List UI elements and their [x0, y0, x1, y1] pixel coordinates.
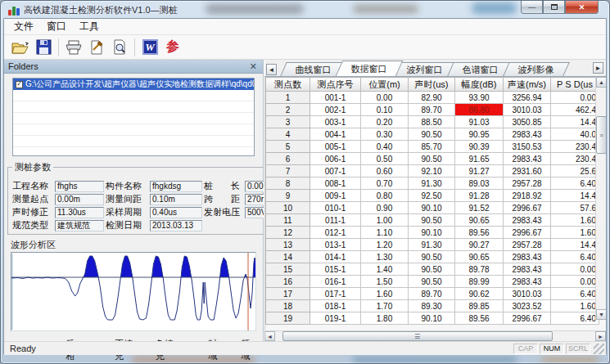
- table-cell[interactable]: 90.65: [455, 251, 504, 263]
- table-cell[interactable]: 2983.43: [504, 128, 551, 141]
- menu-item-2[interactable]: 窗口: [40, 18, 73, 35]
- table-cell[interactable]: 90.50: [409, 214, 455, 227]
- table-cell[interactable]: 4: [266, 128, 310, 141]
- table-cell[interactable]: 91.28: [455, 190, 504, 202]
- table-cell[interactable]: 6.40: [551, 178, 599, 190]
- alert-cell[interactable]: 86.80: [455, 104, 504, 116]
- table-cell[interactable]: 1.60: [551, 300, 599, 312]
- table-cell[interactable]: 89.03: [455, 178, 504, 190]
- table-cell[interactable]: 0.00: [551, 92, 599, 104]
- table-cell[interactable]: 009-1: [310, 190, 361, 202]
- table-cell[interactable]: 90.95: [455, 128, 504, 141]
- table-cell[interactable]: 9: [266, 190, 310, 202]
- table-cell[interactable]: 002-1: [310, 104, 361, 116]
- table-cell[interactable]: 0.50: [361, 153, 409, 165]
- param-value-field[interactable]: 11.30us: [55, 207, 104, 218]
- table-cell[interactable]: 14.4: [551, 116, 599, 128]
- table-cell[interactable]: 25.6: [551, 165, 599, 178]
- table-cell[interactable]: 3256.94: [504, 92, 551, 104]
- scroll-left-icon[interactable]: ◄: [264, 331, 275, 341]
- table-cell[interactable]: 91.52: [455, 202, 504, 214]
- table-cell[interactable]: 3023.52: [504, 300, 551, 312]
- tab-scroll-right-icon[interactable]: ►: [593, 62, 603, 74]
- table-cell[interactable]: 89.30: [409, 300, 455, 312]
- table-cell[interactable]: 16: [266, 276, 310, 288]
- table-cell[interactable]: 3: [266, 116, 310, 128]
- table-cell[interactable]: 82.90: [409, 92, 455, 104]
- table-cell[interactable]: 89.85: [455, 300, 504, 312]
- table-cell[interactable]: 90.50: [409, 263, 455, 276]
- table-cell[interactable]: 0.40: [361, 141, 409, 153]
- table-cell[interactable]: 2983.43: [504, 263, 551, 276]
- table-cell[interactable]: 2983.43: [504, 214, 551, 227]
- table-cell[interactable]: 1: [266, 92, 310, 104]
- process-button[interactable]: [85, 37, 108, 58]
- table-cell[interactable]: 2996.67: [504, 202, 551, 214]
- table-cell[interactable]: 0.80: [361, 190, 409, 202]
- print-button[interactable]: [62, 37, 85, 58]
- menu-item-3[interactable]: 工具: [73, 18, 106, 35]
- table-cell[interactable]: 91.30: [409, 178, 455, 190]
- table-cell[interactable]: 2983.43: [504, 251, 551, 263]
- vertical-scroll-thumb[interactable]: ≡: [596, 116, 606, 154]
- table-cell[interactable]: 17: [266, 288, 310, 300]
- table-cell[interactable]: 2918.92: [504, 190, 551, 202]
- table-cell[interactable]: 1.50: [361, 276, 409, 288]
- table-cell[interactable]: 2957.28: [504, 239, 551, 251]
- table-cell[interactable]: 18: [266, 300, 310, 312]
- table-cell[interactable]: 90.27: [455, 239, 504, 251]
- table-cell[interactable]: 006-1: [310, 153, 361, 165]
- table-cell[interactable]: 88.50: [409, 116, 455, 128]
- table-cell[interactable]: 015-1: [310, 263, 361, 276]
- table-cell[interactable]: 1.60: [551, 227, 599, 239]
- table-cell[interactable]: 6.40: [551, 288, 599, 300]
- table-cell[interactable]: 6.40: [551, 251, 599, 263]
- table-cell[interactable]: 90.50: [409, 251, 455, 263]
- table-cell[interactable]: 2996.67: [504, 312, 551, 325]
- table-cell[interactable]: 003-1: [310, 116, 361, 128]
- table-cell[interactable]: 5: [266, 141, 310, 153]
- table-cell[interactable]: 004-1: [310, 128, 361, 141]
- table-cell[interactable]: 017-1: [310, 288, 361, 300]
- table-cell[interactable]: 019-1: [310, 312, 361, 325]
- param-value-field[interactable]: 0.40us: [150, 207, 202, 218]
- table-cell[interactable]: 93.90: [455, 92, 504, 104]
- close-button[interactable]: ✕: [565, 1, 599, 14]
- table-cell[interactable]: 2: [266, 104, 310, 116]
- save-button[interactable]: [32, 37, 55, 58]
- table-cell[interactable]: 018-1: [310, 300, 361, 312]
- horizontal-scroll-thumb[interactable]: ☰: [282, 331, 553, 341]
- folder-list-item[interactable]: ✓G:\公司产品设计开发\超声仪器\超声仪实地检测数据调样\qd\qd03\qd…: [13, 79, 254, 90]
- table-cell[interactable]: 40.0: [551, 128, 599, 141]
- table-cell[interactable]: 0.70: [361, 178, 409, 190]
- table-cell[interactable]: 0.20: [361, 116, 409, 128]
- table-cell[interactable]: 7: [266, 165, 310, 178]
- table-cell[interactable]: 1.80: [361, 312, 409, 325]
- table-cell[interactable]: 1.60: [361, 288, 409, 300]
- open-file-button[interactable]: [9, 37, 32, 58]
- table-cell[interactable]: 0.10: [361, 104, 409, 116]
- table-cell[interactable]: 016-1: [310, 276, 361, 288]
- table-cell[interactable]: 1.40: [361, 263, 409, 276]
- table-cell[interactable]: 89.70: [409, 104, 455, 116]
- table-cell[interactable]: 6.40: [551, 312, 599, 325]
- tab-波列影像[interactable]: 波列影像: [503, 62, 570, 76]
- table-cell[interactable]: 014-1: [310, 251, 361, 263]
- table-cell[interactable]: 90.10: [409, 227, 455, 239]
- table-cell[interactable]: 2983.43: [504, 153, 551, 165]
- waveform-chart[interactable]: [11, 252, 256, 331]
- table-cell[interactable]: 89.99: [455, 276, 504, 288]
- table-cell[interactable]: 57.6: [551, 202, 599, 214]
- table-cell[interactable]: 90.62: [455, 288, 504, 300]
- table-cell[interactable]: 2957.28: [504, 178, 551, 190]
- table-cell[interactable]: 013-1: [310, 239, 361, 251]
- param-value-field[interactable]: 0.00m: [55, 194, 104, 205]
- table-cell[interactable]: 85.70: [409, 141, 455, 153]
- table-cell[interactable]: 13: [266, 239, 310, 251]
- param-value-field[interactable]: fhgkdsg: [150, 181, 202, 192]
- table-cell[interactable]: 91.30: [409, 239, 455, 251]
- table-cell[interactable]: 12: [266, 227, 310, 239]
- table-cell[interactable]: 6: [266, 153, 310, 165]
- table-cell[interactable]: 2983.43: [504, 276, 551, 288]
- table-cell[interactable]: 230.4: [551, 141, 599, 153]
